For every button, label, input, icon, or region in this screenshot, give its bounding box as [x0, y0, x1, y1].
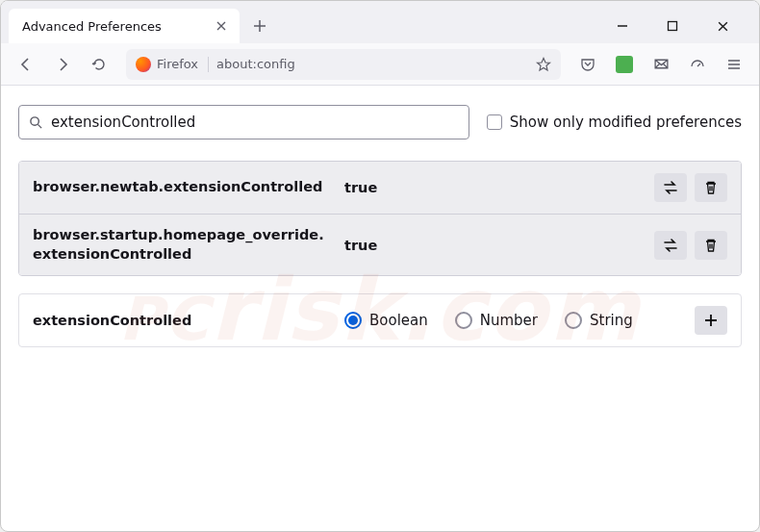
url-text: about:config	[216, 57, 528, 71]
tab-title: Advanced Preferences	[22, 19, 203, 34]
toggle-button[interactable]	[654, 173, 687, 202]
close-window-button[interactable]	[701, 12, 744, 40]
radio-label: String	[590, 312, 633, 329]
radio-label: Boolean	[369, 312, 428, 329]
browser-tab[interactable]: Advanced Preferences	[9, 9, 240, 43]
pref-row: browser.newtab.extensionControlled true	[19, 162, 741, 214]
checkbox-icon	[487, 114, 502, 130]
identity-box[interactable]: Firefox	[136, 57, 209, 72]
new-pref-row: extensionControlled Boolean Number Strin…	[19, 294, 741, 346]
menu-button[interactable]	[719, 49, 749, 80]
pref-name[interactable]: browser.newtab.extensionControlled	[33, 178, 331, 197]
back-button[interactable]	[11, 49, 41, 80]
delete-button[interactable]	[695, 173, 727, 202]
minimize-button[interactable]	[601, 12, 644, 40]
pref-name[interactable]: browser.startup.homepage_override.extens…	[33, 226, 331, 264]
url-bar[interactable]: Firefox about:config	[126, 49, 561, 80]
titlebar: Advanced Preferences	[1, 1, 759, 43]
new-pref-row-container: extensionControlled Boolean Number Strin…	[18, 293, 742, 347]
pref-value: true	[344, 180, 641, 195]
browser-window: Advanced Preferences	[0, 0, 760, 532]
radio-label: Number	[480, 312, 538, 329]
svg-point-1	[31, 116, 38, 124]
content-area: Show only modified preferences browser.n…	[1, 86, 759, 367]
forward-button[interactable]	[47, 49, 78, 80]
preferences-table: browser.newtab.extensionControlled true …	[18, 161, 742, 276]
new-tab-button[interactable]	[245, 12, 274, 40]
extension-icon[interactable]	[609, 49, 640, 80]
pref-row: browser.startup.homepage_override.extens…	[19, 214, 741, 275]
pref-value: true	[344, 238, 641, 253]
radio-icon	[455, 312, 472, 329]
checkbox-label: Show only modified preferences	[510, 114, 742, 131]
delete-button[interactable]	[695, 231, 727, 260]
firefox-icon	[136, 57, 151, 72]
identity-label: Firefox	[157, 57, 198, 71]
type-options: Boolean Number String	[344, 312, 681, 329]
modified-only-checkbox[interactable]: Show only modified preferences	[487, 114, 742, 131]
mail-icon[interactable]	[646, 49, 676, 80]
search-row: Show only modified preferences	[18, 105, 742, 139]
nav-toolbar: Firefox about:config	[1, 43, 759, 86]
maximize-button[interactable]	[651, 12, 694, 40]
bookmark-star-icon[interactable]	[536, 57, 551, 72]
radio-boolean[interactable]: Boolean	[344, 312, 428, 329]
svg-rect-0	[669, 22, 677, 31]
pref-actions	[654, 173, 727, 202]
radio-number[interactable]: Number	[455, 312, 538, 329]
reload-button[interactable]	[84, 49, 114, 80]
toggle-button[interactable]	[654, 231, 687, 260]
search-icon	[29, 115, 43, 130]
add-button[interactable]	[695, 306, 727, 335]
search-input[interactable]	[51, 114, 459, 131]
close-tab-icon[interactable]	[211, 15, 232, 37]
window-controls	[601, 12, 751, 40]
dashboard-icon[interactable]	[682, 49, 713, 80]
pocket-icon[interactable]	[572, 49, 603, 80]
pref-actions	[654, 231, 727, 260]
radio-icon	[565, 312, 582, 329]
radio-icon	[344, 312, 362, 329]
new-pref-name: extensionControlled	[33, 313, 331, 328]
search-box[interactable]	[18, 105, 469, 139]
radio-string[interactable]: String	[565, 312, 633, 329]
